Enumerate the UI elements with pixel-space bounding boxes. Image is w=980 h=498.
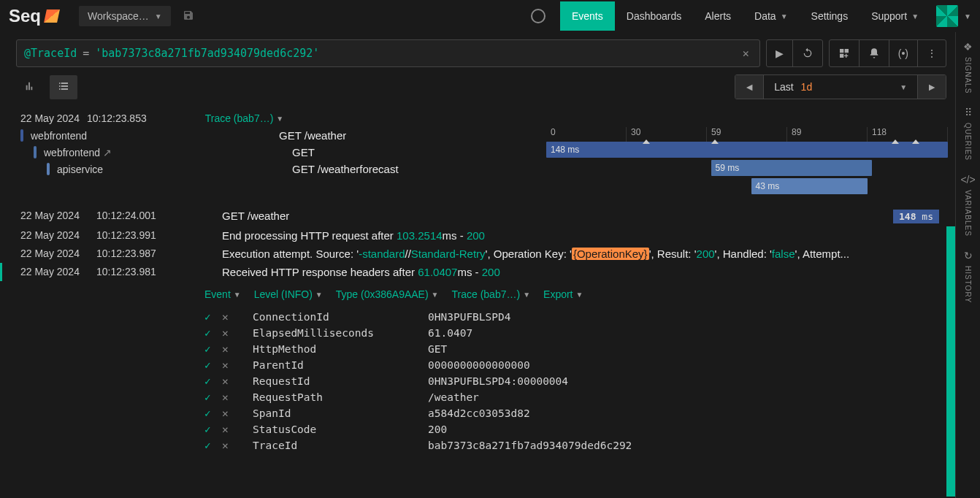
chevron-down-icon: ▼ bbox=[315, 291, 323, 299]
logo[interactable]: Seq bbox=[9, 6, 73, 26]
prop-name[interactable]: RequestId bbox=[240, 375, 422, 387]
prop-value[interactable]: GET bbox=[428, 343, 447, 355]
prop-value[interactable]: 0HN3PUFBLSPD4 bbox=[428, 311, 511, 323]
rail-history[interactable]: ↻HISTORY bbox=[964, 250, 973, 303]
workspace-select[interactable]: Workspace… ▼ bbox=[79, 6, 171, 26]
event-message: Execution attempt. Source: '-standard//S… bbox=[222, 248, 939, 260]
span-row[interactable]: webfrontend↗GET bbox=[20, 144, 546, 161]
nav-settings[interactable]: Settings bbox=[800, 1, 860, 31]
prop-name[interactable]: RequestPath bbox=[240, 391, 422, 403]
prop-include-icon[interactable]: ✓ bbox=[204, 424, 216, 435]
nav-alerts[interactable]: Alerts bbox=[693, 1, 743, 31]
gantt-bar[interactable]: 59 ms bbox=[711, 160, 872, 176]
prop-value[interactable]: /weather bbox=[428, 391, 479, 403]
prop-exclude-icon[interactable]: ✕ bbox=[222, 407, 234, 419]
prop-include-icon[interactable]: ✓ bbox=[204, 440, 216, 451]
prop-value[interactable]: bab7373c8a271fb7ad934079ded6c292 bbox=[428, 440, 632, 451]
prop-include-icon[interactable]: ✓ bbox=[204, 391, 216, 403]
time-next-button[interactable]: ► bbox=[917, 75, 946, 99]
prop-exclude-icon[interactable]: ✕ bbox=[222, 375, 234, 387]
prop-exclude-icon[interactable]: ✕ bbox=[222, 327, 234, 339]
time-prev-button[interactable]: ◄ bbox=[735, 75, 764, 99]
save-icon[interactable] bbox=[177, 9, 200, 23]
rail-signals[interactable]: ❖SIGNALS bbox=[963, 41, 973, 93]
prop-exclude-icon[interactable]: ✕ bbox=[222, 391, 234, 403]
prop-exclude-icon[interactable]: ✕ bbox=[222, 359, 234, 371]
expanded-dd-trace[interactable]: Trace (bab7…)▼ bbox=[452, 288, 531, 300]
nav-dashboards[interactable]: Dashboards bbox=[615, 1, 694, 31]
event-row[interactable]: 22 May 202410:12:23.991End processing HT… bbox=[0, 226, 955, 245]
chevron-down-icon: ▼ bbox=[576, 291, 583, 299]
span-op: GET /weather bbox=[279, 129, 346, 142]
prop-row: ✓✕RequestId0HN3PUFBLSPD4:00000004 bbox=[204, 373, 939, 389]
expanded-dd-event[interactable]: Event▼ bbox=[204, 288, 241, 300]
events-area[interactable]: 22 May 2024 10:12:23.853 Trace (bab7…) ▼… bbox=[0, 107, 955, 498]
event-row[interactable]: 22 May 202410:12:24.001GET /weather148 m… bbox=[0, 207, 955, 226]
time-range-select[interactable]: Last 1d ▼ bbox=[764, 75, 917, 99]
prop-exclude-icon[interactable]: ✕ bbox=[222, 440, 234, 451]
prop-exclude-icon[interactable]: ✕ bbox=[222, 311, 234, 323]
event-row[interactable]: 22 May 202410:12:23.981Received HTTP res… bbox=[0, 263, 955, 281]
span-op: GET /weatherforecast bbox=[292, 163, 399, 175]
nav-data[interactable]: Data▼ bbox=[743, 1, 799, 31]
user-menu-chevron-icon[interactable]: ▼ bbox=[964, 12, 971, 20]
alert-add-button[interactable] bbox=[859, 40, 889, 66]
event-time: 10:12:23.987 bbox=[96, 248, 166, 259]
theme-toggle-icon[interactable] bbox=[531, 9, 545, 23]
span-service: apiservice bbox=[57, 164, 137, 175]
prop-exclude-icon[interactable]: ✕ bbox=[222, 424, 234, 435]
refresh-button[interactable] bbox=[792, 40, 822, 66]
prop-name[interactable]: ParentId bbox=[240, 359, 422, 371]
expanded-dd-type[interactable]: Type (0x386A9AAE)▼ bbox=[336, 288, 439, 300]
more-button[interactable]: ⋮ bbox=[917, 40, 946, 66]
prop-include-icon[interactable]: ✓ bbox=[204, 343, 216, 355]
avatar[interactable] bbox=[936, 5, 958, 27]
expanded-dd-export[interactable]: Export▼ bbox=[543, 288, 583, 300]
event-properties: ✓✕ConnectionId0HN3PUFBLSPD4✓✕ElapsedMill… bbox=[0, 306, 955, 461]
query-field: @TraceId bbox=[24, 47, 77, 60]
marker-icon bbox=[912, 139, 919, 144]
queries-icon: ⠿ bbox=[965, 107, 972, 118]
prop-name[interactable]: ConnectionId bbox=[240, 311, 422, 323]
prop-include-icon[interactable]: ✓ bbox=[204, 327, 216, 339]
query-input[interactable]: @TraceId = 'bab7373c8a271fb7ad934079ded6… bbox=[16, 39, 760, 67]
prop-name[interactable]: HttpMethod bbox=[240, 343, 422, 355]
dashboard-add-button[interactable] bbox=[830, 40, 859, 66]
prop-name[interactable]: StatusCode bbox=[240, 424, 422, 435]
prop-name[interactable]: ElapsedMilliseconds bbox=[240, 327, 422, 339]
prop-value[interactable]: 61.0407 bbox=[428, 327, 472, 339]
expanded-dd-level[interactable]: Level (INFO)▼ bbox=[254, 288, 323, 300]
event-row[interactable]: 22 May 202410:12:23.987Execution attempt… bbox=[0, 245, 955, 263]
span-row[interactable]: webfrontendGET /weather bbox=[20, 127, 546, 144]
gantt-row: 43 ms bbox=[546, 178, 948, 196]
chart-view-button[interactable] bbox=[16, 75, 44, 99]
time-range-prefix: Last bbox=[774, 81, 793, 93]
stream-button[interactable]: (•) bbox=[889, 40, 917, 66]
chevron-down-icon: ▼ bbox=[432, 291, 439, 299]
rail-queries[interactable]: ⠿QUERIES bbox=[964, 107, 972, 161]
link-icon: ↗ bbox=[103, 147, 112, 158]
prop-value[interactable]: 200 bbox=[428, 424, 447, 435]
prop-include-icon[interactable]: ✓ bbox=[204, 407, 216, 419]
prop-value[interactable]: a584d2cc03053d82 bbox=[428, 407, 530, 419]
prop-include-icon[interactable]: ✓ bbox=[204, 311, 216, 323]
nav-events[interactable]: Events bbox=[560, 1, 615, 31]
prop-name[interactable]: TraceId bbox=[240, 440, 422, 451]
span-row[interactable]: apiserviceGET /weatherforecast bbox=[20, 161, 546, 177]
trace-link[interactable]: Trace (bab7…) ▼ bbox=[205, 112, 284, 124]
span-indent-icon bbox=[47, 163, 50, 175]
run-button-group: ▶ bbox=[766, 39, 823, 67]
gantt-bar[interactable]: 43 ms bbox=[751, 178, 868, 194]
nav-support[interactable]: Support▼ bbox=[860, 1, 930, 31]
prop-include-icon[interactable]: ✓ bbox=[204, 359, 216, 371]
rail-variables[interactable]: </>VARIABLES bbox=[960, 174, 975, 237]
prop-value[interactable]: 0HN3PUFBLSPD4:00000004 bbox=[428, 375, 568, 387]
query-clear-icon[interactable]: ✕ bbox=[740, 47, 752, 60]
run-button[interactable]: ▶ bbox=[767, 40, 792, 66]
prop-name[interactable]: SpanId bbox=[240, 407, 422, 419]
prop-include-icon[interactable]: ✓ bbox=[204, 375, 216, 387]
nav-links: EventsDashboardsAlertsData▼SettingsSuppo… bbox=[560, 1, 930, 31]
prop-value[interactable]: 0000000000000000 bbox=[428, 359, 530, 371]
list-view-button[interactable] bbox=[50, 75, 77, 99]
prop-exclude-icon[interactable]: ✕ bbox=[222, 343, 234, 355]
